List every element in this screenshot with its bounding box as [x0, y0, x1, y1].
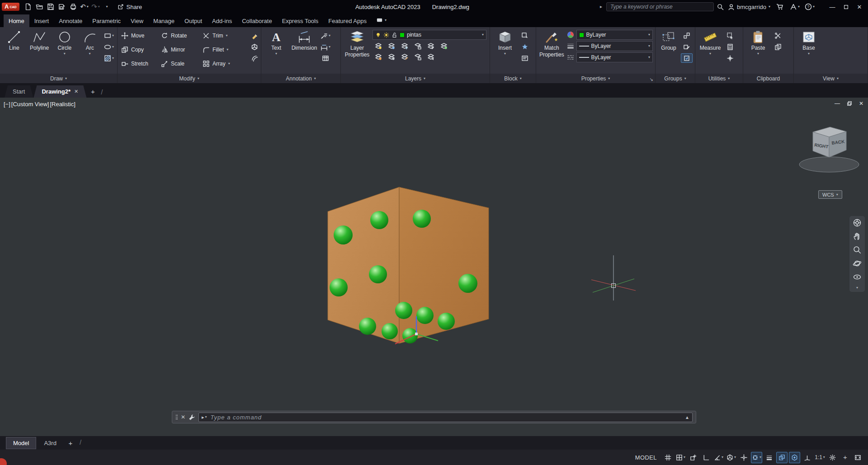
- layer-match-tool[interactable]: [425, 41, 437, 51]
- maximize-button[interactable]: [839, 0, 853, 14]
- snap-dropdown-caret[interactable]: ▾: [684, 456, 685, 459]
- layer-on-bulb-icon[interactable]: [375, 32, 381, 38]
- panel-footer-draw[interactable]: Draw▾: [0, 74, 117, 83]
- paste-tool[interactable]: Paste ▾: [745, 28, 771, 74]
- explode-tool[interactable]: [249, 42, 260, 52]
- ungroup-tool[interactable]: [681, 31, 693, 40]
- new-drawing-tab-button[interactable]: +: [87, 85, 99, 98]
- trim-dropdown-caret[interactable]: ▾: [226, 34, 228, 38]
- command-prompt-icon[interactable]: ▸▾: [202, 414, 207, 420]
- user-dropdown-caret[interactable]: ▾: [769, 5, 770, 9]
- panel-footer-block[interactable]: Block▾: [490, 74, 536, 83]
- infer-constraints-toggle[interactable]: [688, 452, 699, 463]
- share-button[interactable]: Share: [118, 4, 142, 10]
- layer-on-tool[interactable]: [373, 52, 384, 61]
- navigation-bar[interactable]: ▾: [849, 216, 865, 292]
- copy-tool[interactable]: Copy: [120, 46, 160, 53]
- rotate-tool[interactable]: Rotate: [160, 32, 201, 39]
- undo-dropdown-caret[interactable]: ▾: [87, 5, 89, 9]
- ribbon-tab-manage[interactable]: Manage: [148, 14, 179, 27]
- model-viewport[interactable]: [−] [Custom View] [Realistic] — ✕ RIGHT …: [0, 98, 868, 436]
- view-control[interactable]: [Custom View]: [11, 101, 49, 108]
- command-history-icon[interactable]: ▲: [685, 415, 689, 420]
- stretch-tool[interactable]: Stretch: [120, 60, 160, 67]
- redo-dropdown-caret[interactable]: ▾: [98, 5, 100, 9]
- zoom-icon[interactable]: [853, 245, 862, 254]
- app-store-button[interactable]: [774, 1, 785, 12]
- show-motion-icon[interactable]: [853, 272, 862, 282]
- panel-footer-view[interactable]: View▾: [794, 74, 868, 83]
- circle-tool[interactable]: Circle ▾: [53, 28, 77, 74]
- search-collapse-arrow[interactable]: ▸: [600, 5, 602, 9]
- selection-cycling-toggle[interactable]: [776, 452, 788, 463]
- group-tool[interactable]: Group: [658, 28, 679, 74]
- new-layout-button[interactable]: +: [65, 439, 76, 447]
- ribbon-tab-collaborate[interactable]: Collaborate: [237, 14, 277, 27]
- match-properties-tool[interactable]: Match Properties: [538, 28, 565, 74]
- lineweight-display-toggle[interactable]: [764, 452, 775, 463]
- array-dropdown-caret[interactable]: ▾: [228, 62, 230, 66]
- close-button[interactable]: ✕: [853, 0, 866, 14]
- rectangle-tool[interactable]: ▾: [103, 31, 115, 40]
- object-snap-tracking-toggle[interactable]: [738, 452, 750, 463]
- measure-tool[interactable]: Measure ▾: [698, 28, 723, 74]
- file-tab-close-icon[interactable]: ✕: [74, 89, 78, 94]
- viewcube[interactable]: RIGHT BACK: [792, 119, 868, 177]
- autocad-logo[interactable]: A CAD: [2, 3, 19, 11]
- layer-previous-tool[interactable]: [425, 52, 437, 61]
- cut-tool[interactable]: [772, 31, 784, 40]
- panel-footer-utilities[interactable]: Utilities▾: [695, 74, 743, 83]
- orbit-icon[interactable]: [853, 259, 862, 268]
- trim-tool[interactable]: Trim▾: [201, 32, 247, 39]
- array-tool[interactable]: Array▾: [201, 60, 247, 67]
- file-tab-drawing2[interactable]: Drawing2* ✕: [33, 85, 86, 98]
- line-tool[interactable]: Line: [2, 28, 26, 74]
- polar-tracking-toggle[interactable]: ▾: [713, 452, 724, 463]
- command-customize-icon[interactable]: [189, 414, 195, 421]
- offset-tool[interactable]: [249, 53, 260, 63]
- model-space-indicator[interactable]: MODEL: [631, 454, 661, 461]
- object-snap-dropdown-caret[interactable]: ▾: [760, 456, 761, 459]
- layer-select-dropdown[interactable]: pintas ▾: [373, 30, 486, 40]
- annotation-scale-caret[interactable]: ▾: [823, 456, 825, 459]
- layer-sun-icon[interactable]: [383, 32, 389, 38]
- command-line[interactable]: ✕ ▸▾ ▲: [172, 411, 696, 423]
- help-search-input[interactable]: [610, 4, 710, 10]
- ribbon-display-toggle[interactable]: ▾: [376, 17, 387, 27]
- viewport-minimize-icon[interactable]: —: [835, 100, 840, 107]
- ortho-mode-toggle[interactable]: [700, 452, 712, 463]
- properties-panel-launcher[interactable]: ↘: [650, 77, 653, 82]
- visual-style-control[interactable]: [Realistic]: [50, 101, 75, 108]
- viewport-menu-control[interactable]: [−]: [4, 101, 10, 108]
- ellipse-tool[interactable]: ▾: [103, 42, 115, 52]
- command-grip-icon[interactable]: [175, 414, 178, 420]
- group-selection-toggle[interactable]: [681, 53, 693, 63]
- id-point-tool[interactable]: [724, 53, 736, 63]
- ribbon-tab-parametric[interactable]: Parametric: [87, 14, 126, 27]
- linetype-dropdown[interactable]: ByLayer ▾: [576, 52, 653, 62]
- ribbon-tab-insert[interactable]: Insert: [29, 14, 54, 27]
- 3d-object-snap-toggle[interactable]: [789, 452, 800, 463]
- create-block-tool[interactable]: [519, 31, 531, 40]
- clean-screen-toggle[interactable]: [852, 452, 863, 463]
- text-dropdown-caret[interactable]: ▾: [275, 52, 277, 56]
- polar-dropdown-caret[interactable]: ▾: [722, 456, 723, 459]
- ribbon-tab-home[interactable]: Home: [4, 14, 29, 27]
- file-tab-start[interactable]: Start: [5, 85, 33, 98]
- leader-tool[interactable]: ▾: [320, 31, 331, 40]
- layer-unlock-tool[interactable]: [412, 52, 424, 61]
- dimension-style-tool[interactable]: ▾: [320, 42, 331, 52]
- dimension-tool[interactable]: Dimension: [290, 28, 318, 74]
- layer-freeze-tool[interactable]: [399, 41, 410, 51]
- command-close-icon[interactable]: ✕: [181, 414, 185, 420]
- panel-footer-modify[interactable]: Modify▾: [118, 74, 261, 83]
- autodesk-apps-caret[interactable]: ▾: [798, 5, 800, 9]
- undo-button[interactable]: ↶▾: [79, 1, 90, 12]
- minimize-button[interactable]: —: [826, 0, 839, 14]
- layer-current-tool[interactable]: [438, 41, 450, 51]
- plot-button[interactable]: [68, 1, 79, 12]
- move-tool[interactable]: Move: [120, 32, 160, 39]
- scale-tool[interactable]: Scale: [160, 60, 201, 67]
- panel-footer-annotation[interactable]: Annotation▾: [261, 74, 340, 83]
- layer-lock-tool[interactable]: [412, 41, 424, 51]
